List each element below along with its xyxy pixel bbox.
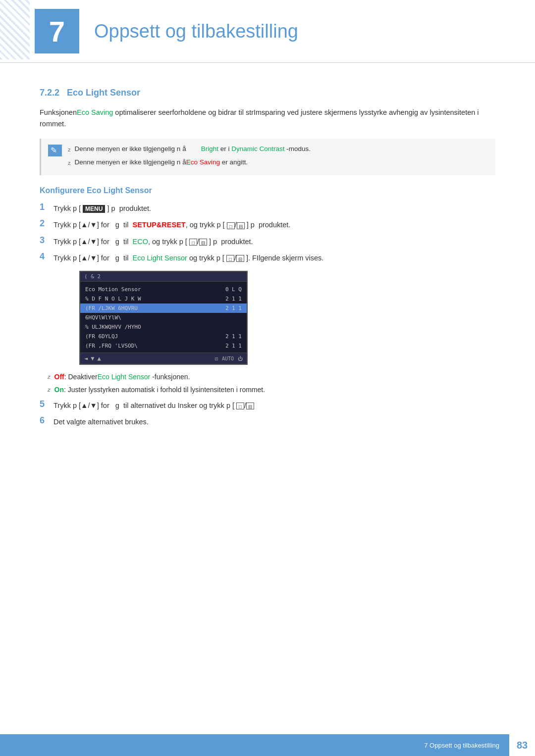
step4-bullet-off: z Off: DeaktiverEco Light Sensor -funksj… bbox=[48, 372, 495, 382]
step4-bullet-on: z On: Juster lysstyrken automatisk i for… bbox=[48, 385, 495, 395]
chapter-title: Oppsett og tilbakestilling bbox=[94, 21, 298, 42]
eco-highlight: ECO bbox=[133, 238, 148, 246]
screen-btn-left: ◄ bbox=[84, 355, 88, 362]
step4-bullet-off-text: Off: DeaktiverEco Light Sensor -funksjon… bbox=[54, 372, 190, 382]
screen-label-1: % D F N O L J K W bbox=[85, 296, 141, 302]
screen-title-bar: ( & 2 bbox=[80, 272, 247, 282]
main-content: 7.2.2 Eco Light Sensor FunksjonenEco Sav… bbox=[0, 63, 535, 462]
page-number: 83 bbox=[509, 734, 535, 756]
screen-label-6: (FR ,FRQ 'LVSOD\ bbox=[85, 343, 138, 349]
screen-btn-up: ▲ bbox=[97, 355, 101, 362]
step-1-text: Trykk p [ MENU ] p produktet. bbox=[54, 203, 495, 214]
note-text-1: Denne menyen er ikke tilgjengelig n å Br… bbox=[75, 144, 311, 155]
screen-row-6: (FR ,FRQ 'LVSOD\ 2 1 1 bbox=[85, 341, 242, 351]
note-bullet-marker-1: z bbox=[68, 145, 71, 154]
step-6-text: Det valgte alternativet brukes. bbox=[54, 416, 495, 428]
note-content: z Denne menyen er ikke tilgjengelig n å … bbox=[68, 144, 311, 170]
section-heading: 7.2.2 Eco Light Sensor bbox=[40, 88, 495, 98]
eco-light-sensor-step4-highlight: Eco Light Sensor bbox=[133, 254, 187, 262]
off-label: Off bbox=[54, 373, 64, 381]
setup-reset-highlight: SETUP&RESET bbox=[133, 221, 186, 229]
screen-nav-buttons: ◄ ▼ ▲ bbox=[84, 355, 101, 362]
screen-right-icons: ⊡ AUTO ⏻ bbox=[215, 356, 243, 361]
note-pencil-icon bbox=[48, 145, 62, 156]
eco-saving-highlight: Eco Saving bbox=[77, 108, 113, 116]
step-4-text: Trykk p [▲/▼] for g til Eco Light Sensor… bbox=[54, 252, 495, 264]
screen-auto-label: AUTO bbox=[222, 356, 234, 361]
step-5: 5 Trykk p [▲/▼] for g til alternativet d… bbox=[40, 400, 495, 411]
step-5-number: 5 bbox=[40, 399, 54, 409]
screen-label-3: 6HQVlWlYlW\ bbox=[85, 314, 121, 321]
page-footer: 7 Oppsett og tilbakestilling 83 bbox=[0, 734, 535, 756]
bright-highlight: Bright bbox=[201, 145, 218, 152]
step-2-number: 2 bbox=[40, 218, 54, 229]
note-bullet-2: z Denne menyen er ikke tilgjengelig n åE… bbox=[68, 157, 311, 168]
step-3: 3 Trykk p [▲/▼] for g til ECO, og trykk … bbox=[40, 236, 495, 248]
menu-key: MENU bbox=[83, 205, 105, 213]
screen-row-5: (FR 6DYLQJ 2 1 1 bbox=[85, 332, 242, 341]
step-6: 6 Det valgte alternativet brukes. bbox=[40, 416, 495, 428]
footer-text: 7 Oppsett og tilbakestilling bbox=[424, 742, 509, 749]
screen-monitor-icon: ⊡ bbox=[215, 356, 218, 361]
step-1: 1 Trykk p [ MENU ] p produktet. bbox=[40, 203, 495, 214]
step-1-number: 1 bbox=[40, 202, 54, 212]
step-3-text: Trykk p [▲/▼] for g til ECO, og trykk p … bbox=[54, 236, 495, 248]
step4-bullet-on-text: On: Juster lysstyrken automatisk i forho… bbox=[54, 385, 266, 395]
note-bullet-marker-2: z bbox=[68, 158, 71, 168]
note-text-2: Denne menyen er ikke tilgjengelig n åEco… bbox=[75, 157, 248, 168]
screen-row-4: % ULJKWQHVV /HYHO bbox=[85, 322, 242, 332]
screen-row-3: 6HQVlWlYlW\ bbox=[85, 313, 242, 322]
screen-power-icon: ⏻ bbox=[238, 356, 243, 361]
screen-value-1: 2 1 1 bbox=[225, 296, 242, 302]
note-bullet-1: z Denne menyen er ikke tilgjengelig n å … bbox=[68, 144, 311, 155]
screen-content: Eco Motion Sensor 0 L Q % D F N O L J K … bbox=[80, 282, 247, 353]
screen-row-0: Eco Motion Sensor 0 L Q bbox=[85, 285, 242, 294]
screen-btn-down: ▼ bbox=[91, 355, 94, 362]
bullet-z-2: z bbox=[48, 386, 51, 394]
note-box: z Denne menyen er ikke tilgjengelig n å … bbox=[40, 139, 495, 175]
screen-value-6: 2 1 1 bbox=[225, 343, 242, 349]
screen-value-2: 2 1 1 bbox=[225, 305, 242, 311]
screen-row-1: % D F N O L J K W 2 1 1 bbox=[85, 294, 242, 303]
intro-paragraph: FunksjonenEco Saving optimaliserer seerf… bbox=[40, 107, 495, 130]
step-4-number: 4 bbox=[40, 252, 54, 262]
screen-label-2: (FR /LJKW 6HQVRU bbox=[85, 305, 138, 311]
screen-row-2-highlighted: (FR /LJKW 6HQVRU 2 1 1 bbox=[80, 303, 247, 313]
steps-list: 1 Trykk p [ MENU ] p produktet. 2 Trykk … bbox=[40, 203, 495, 264]
step-3-number: 3 bbox=[40, 235, 54, 246]
on-label: On bbox=[54, 386, 64, 394]
configure-heading: Konfigurere Eco Light Sensor bbox=[40, 186, 495, 195]
screen-title-text: ( & 2 bbox=[84, 273, 101, 280]
dynamic-contrast-highlight: Dynamic Contrast bbox=[231, 145, 284, 152]
step-2-text: Trykk p [▲/▼] for g til SETUP&RESET, og … bbox=[54, 219, 495, 231]
bullet-z-1: z bbox=[48, 373, 51, 381]
chapter-number: 7 bbox=[35, 9, 79, 53]
screen-label-0: Eco Motion Sensor bbox=[85, 286, 141, 293]
step-5-text: Trykk p [▲/▼] for g til alternativet du … bbox=[54, 400, 495, 411]
eco-sensor-label-off: Eco Light Sensor bbox=[98, 373, 151, 381]
step-2: 2 Trykk p [▲/▼] for g til SETUP&RESET, o… bbox=[40, 219, 495, 231]
screen-mockup: ( & 2 Eco Motion Sensor 0 L Q % D F N O … bbox=[79, 271, 248, 365]
step-4: 4 Trykk p [▲/▼] for g til Eco Light Sens… bbox=[40, 252, 495, 264]
eco-saving-note-highlight: Eco Saving bbox=[186, 158, 220, 166]
step-6-number: 6 bbox=[40, 415, 54, 426]
header-stripe-decoration bbox=[0, 0, 30, 59]
chapter-header: 7 Oppsett og tilbakestilling bbox=[0, 0, 535, 63]
step4-sub-bullets: z Off: DeaktiverEco Light Sensor -funksj… bbox=[48, 372, 495, 395]
screen-value-0: 0 L Q bbox=[225, 286, 242, 293]
screen-label-5: (FR 6DYLQJ bbox=[85, 333, 118, 340]
screen-label-4: % ULJKWQHVV /HYHO bbox=[85, 324, 141, 330]
screen-value-5: 2 1 1 bbox=[225, 333, 242, 340]
screen-bottom-bar: ◄ ▼ ▲ ⊡ AUTO ⏻ bbox=[80, 353, 247, 364]
